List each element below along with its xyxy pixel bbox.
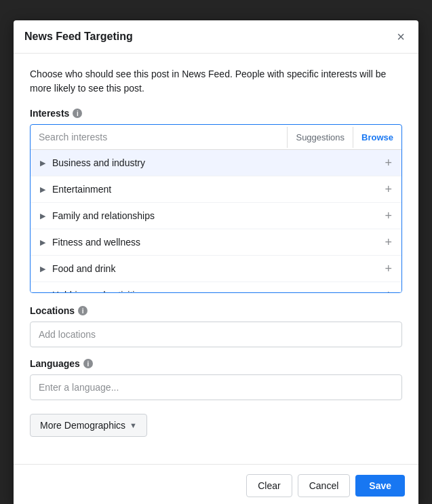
interests-info-icon[interactable]: i [73, 109, 82, 118]
modal-dialog: News Feed Targeting × Choose who should … [14, 20, 418, 504]
modal-body: Choose who should see this post in News … [14, 54, 418, 464]
languages-label: Languages i [30, 358, 402, 369]
modal-header: News Feed Targeting × [14, 20, 418, 54]
plus-icon: + [385, 263, 392, 275]
modal-footer: Clear Cancel Save [14, 464, 418, 504]
category-item[interactable]: ▶ Family and relationships + [31, 203, 401, 229]
category-list: ▶ Business and industry + ▶ Entertainmen… [31, 150, 401, 292]
category-name: Business and industry [52, 157, 145, 168]
chevron-down-icon: ▼ [130, 421, 137, 429]
save-button[interactable]: Save [355, 475, 405, 497]
category-item[interactable]: ▶ Business and industry + [31, 150, 401, 176]
chevron-right-icon: ▶ [40, 159, 45, 168]
chevron-right-icon: ▶ [40, 212, 45, 220]
tab-browse[interactable]: Browse [353, 127, 401, 148]
languages-section: Languages i [30, 358, 402, 400]
chevron-right-icon: ▶ [40, 265, 45, 273]
category-item[interactable]: ▶ Fitness and wellness + [31, 229, 401, 256]
category-item[interactable]: ▶ Entertainment + [31, 176, 401, 203]
clear-button[interactable]: Clear [246, 474, 292, 497]
category-item[interactable]: ▶ Hobbies and activities + [31, 282, 401, 292]
interests-label: Interests i [30, 108, 402, 119]
locations-input[interactable] [30, 322, 402, 347]
locations-info-icon[interactable]: i [78, 306, 87, 315]
locations-label: Locations i [30, 305, 402, 316]
modal-description: Choose who should see this post in News … [30, 67, 402, 96]
more-demographics-label: More Demographics [40, 420, 125, 431]
languages-info-icon[interactable]: i [83, 359, 93, 368]
category-name: Hobbies and activities [52, 290, 144, 292]
plus-icon: + [385, 157, 392, 169]
modal-title: News Feed Targeting [24, 31, 133, 43]
interests-search-row: Suggestions Browse [31, 125, 401, 150]
interests-box: Suggestions Browse ▶ Business and indust… [30, 124, 402, 293]
languages-input[interactable] [30, 374, 402, 400]
chevron-right-icon: ▶ [40, 238, 45, 247]
tab-suggestions[interactable]: Suggestions [287, 127, 353, 148]
close-button[interactable]: × [394, 30, 408, 43]
interests-search-input[interactable] [31, 125, 287, 149]
cancel-button[interactable]: Cancel [298, 474, 351, 497]
chevron-right-icon: ▶ [40, 185, 45, 194]
category-name: Food and drink [52, 263, 115, 274]
chevron-right-icon: ▶ [40, 291, 45, 293]
category-item[interactable]: ▶ Food and drink + [31, 256, 401, 282]
plus-icon: + [385, 289, 392, 292]
category-name: Fitness and wellness [52, 237, 140, 248]
more-demographics-button[interactable]: More Demographics ▼ [30, 414, 147, 437]
category-name: Entertainment [52, 184, 111, 195]
category-name: Family and relationships [52, 210, 155, 221]
locations-section: Locations i [30, 305, 402, 347]
plus-icon: + [385, 236, 392, 248]
plus-icon: + [385, 183, 392, 195]
plus-icon: + [385, 210, 392, 222]
